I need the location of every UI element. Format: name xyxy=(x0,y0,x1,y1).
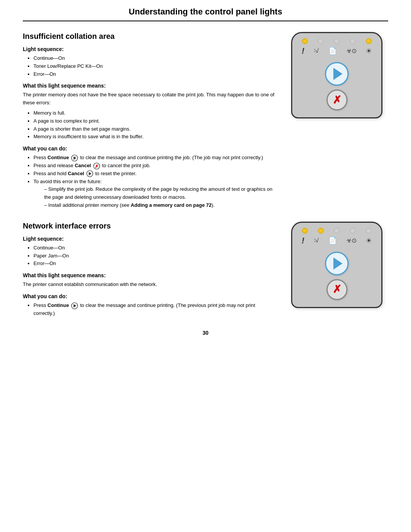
error-icon-2: ! xyxy=(301,236,304,245)
cartridge-icon: ☣⊙ xyxy=(346,48,357,54)
continue-icon xyxy=(71,155,78,161)
svg-marker-1 xyxy=(73,156,76,160)
svg-text:✗: ✗ xyxy=(95,163,99,168)
continue-button[interactable] xyxy=(325,62,349,86)
light-2 xyxy=(334,38,339,44)
toner-icon-2: ∶√ xyxy=(314,238,319,244)
what-do-label-2: What you can do: xyxy=(23,293,276,299)
light-4 xyxy=(366,38,371,44)
page-number: 30 xyxy=(23,330,388,336)
section-1-heading: Insufficient collation area xyxy=(23,32,276,41)
section-2-heading: Network interface errors xyxy=(23,222,276,230)
list-item: A page is too complex to print. xyxy=(33,117,276,125)
list-item: Continue—On xyxy=(33,244,276,252)
light-1 xyxy=(318,38,323,44)
panel-buttons-1: ✗ xyxy=(297,62,377,110)
what-do-bullets-2: Press Continue to clear the message and … xyxy=(33,302,276,318)
paper-icon-2: 📄 xyxy=(328,237,337,244)
light-n-2 xyxy=(334,228,339,233)
cancel-x-label-2: ✗ xyxy=(333,284,341,295)
list-item: Press and hold Cancel to reset the print… xyxy=(33,170,276,178)
cancel-x-label: ✗ xyxy=(333,95,341,105)
what-means-bullets-1: Memory is full. A page is too complex to… xyxy=(33,109,276,141)
settings-icon-2: ☀ xyxy=(366,237,372,244)
light-sequence-label-1: Light sequence: xyxy=(23,46,276,52)
light-sequence-label-2: Light sequence: xyxy=(23,236,276,242)
toner-icon: ∶√ xyxy=(314,48,319,54)
list-item: Memory is insufficient to save what is i… xyxy=(33,133,276,141)
continue-arrow xyxy=(333,68,342,80)
list-item: Continue—On xyxy=(33,54,276,62)
icons-row-1: ! ∶√ 📄 ☣⊙ ☀ xyxy=(297,47,377,55)
what-means-text-2: The printer cannot establish communicati… xyxy=(23,281,276,289)
svg-marker-7 xyxy=(73,304,76,307)
list-item: Paper Jam—On xyxy=(33,252,276,260)
continue-icon-net xyxy=(71,302,78,309)
section-network-interface: Network interface errors Light sequence:… xyxy=(23,222,388,318)
page-title-section: Understanding the control panel lights xyxy=(23,0,388,21)
list-item: Press and release Cancel ✗ to cancel the… xyxy=(33,162,276,170)
list-item: Toner Low/Replace PC Kit—On xyxy=(33,62,276,70)
list-item: Install additional printer memory (see A… xyxy=(44,201,276,209)
paper-icon: 📄 xyxy=(328,48,337,54)
section-content: Insufficient collation area Light sequen… xyxy=(23,32,276,209)
section-content-2: Network interface errors Light sequence:… xyxy=(23,222,276,318)
light-sequence-list-1: Continue—On Toner Low/Replace PC Kit—On … xyxy=(33,54,276,78)
list-item: Error—On xyxy=(33,70,276,78)
cancel-button[interactable]: ✗ xyxy=(327,89,347,110)
page-title: Understanding the control panel lights xyxy=(129,7,282,16)
light-n-4 xyxy=(366,228,371,233)
light-n-0 xyxy=(302,228,307,233)
list-item: Memory is full. xyxy=(33,109,276,117)
cancel-button-2[interactable]: ✗ xyxy=(327,279,347,300)
lights-row-1 xyxy=(297,38,377,44)
light-sequence-list-2: Continue—On Paper Jam—On Error—On xyxy=(33,244,276,268)
what-means-text-1: The printer memory does not have the fre… xyxy=(23,91,276,107)
panel-buttons-2: ✗ xyxy=(297,252,377,300)
list-item: Press Continue to clear the message and … xyxy=(33,302,276,318)
list-item: Error—On xyxy=(33,260,276,268)
icons-row-2: ! ∶√ 📄 ☣⊙ ☀ xyxy=(297,236,377,245)
cartridge-icon-2: ☣⊙ xyxy=(346,238,357,244)
continue-icon-2 xyxy=(86,170,93,177)
continue-arrow-2 xyxy=(333,257,342,270)
light-n-3 xyxy=(350,228,355,233)
section-insufficient-collation: Insufficient collation area Light sequen… xyxy=(23,32,388,209)
lights-row-2 xyxy=(297,228,377,233)
list-item: A page is shorter than the set page marg… xyxy=(33,125,276,133)
dash-list-1: Simplify the print job. Reduce the compl… xyxy=(44,185,276,209)
panel-diagram-2: ! ∶√ 📄 ☣⊙ ☀ xyxy=(285,222,388,318)
what-do-bullets-1: Press Continue to clear the message and … xyxy=(33,154,276,209)
cancel-icon: ✗ xyxy=(93,163,100,169)
what-do-label-1: What you can do: xyxy=(23,145,276,152)
list-item: Press Continue to clear the message and … xyxy=(33,154,276,162)
svg-marker-5 xyxy=(89,172,91,176)
printer-panel-1: ! ∶√ 📄 ☣⊙ ☀ xyxy=(291,32,382,118)
what-means-label-2: What this light sequence means: xyxy=(23,272,276,278)
list-item: To avoid this error in the future: Simpl… xyxy=(33,178,276,209)
error-icon: ! xyxy=(301,47,304,55)
printer-panel-2: ! ∶√ 📄 ☣⊙ ☀ xyxy=(291,222,382,308)
settings-icon: ☀ xyxy=(366,48,372,54)
light-n-1 xyxy=(318,228,323,233)
what-means-label-1: What this light sequence means: xyxy=(23,83,276,89)
light-3 xyxy=(350,38,355,44)
continue-button-2[interactable] xyxy=(325,252,349,275)
light-0 xyxy=(302,38,307,44)
list-item: Simplify the print job. Reduce the compl… xyxy=(44,185,276,201)
panel-diagram-1: ! ∶√ 📄 ☣⊙ ☀ xyxy=(285,32,388,209)
